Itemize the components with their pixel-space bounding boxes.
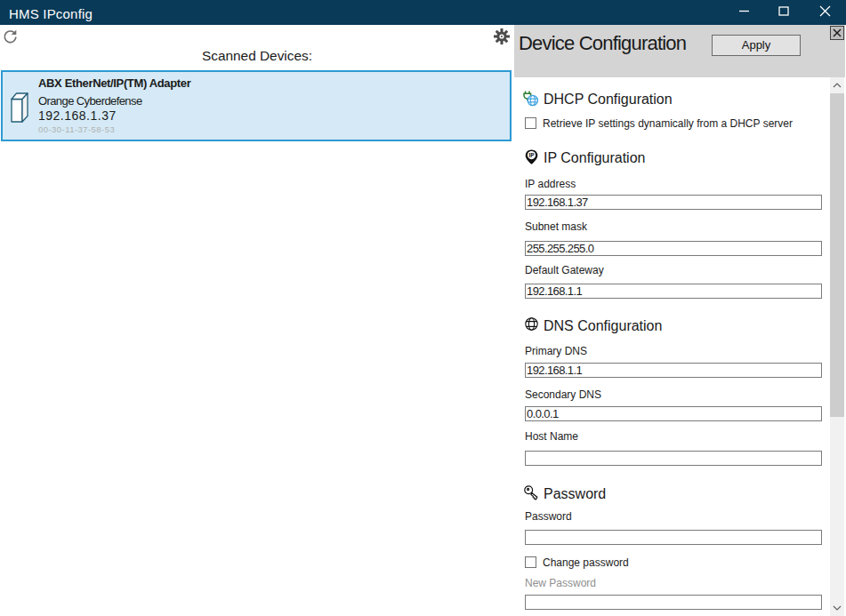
svg-text:IP: IP: [528, 152, 535, 158]
